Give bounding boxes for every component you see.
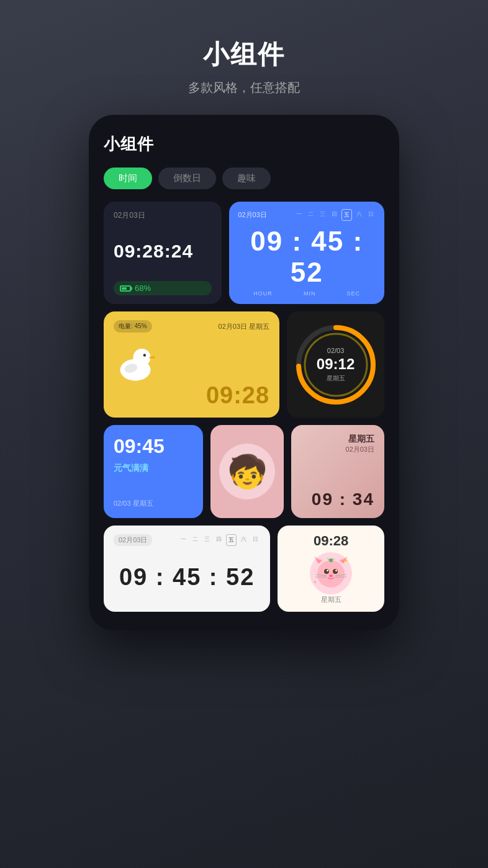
circle-inner: 02/03 09:12 星期五 (317, 347, 355, 383)
wo-wd-sat: 六 (239, 534, 248, 546)
wd-mon: 一 (294, 209, 304, 221)
widget-dark-clock: 02月03日 09:28:24 68% (104, 202, 222, 304)
svg-point-2 (143, 354, 146, 356)
svg-point-13 (324, 569, 329, 574)
wd-sat: 六 (355, 209, 364, 221)
wo-date: 02月03日 (114, 534, 152, 546)
blue-clock-date: 02月03日 (238, 210, 266, 220)
wo-time: 09 : 45 : 52 (114, 551, 260, 603)
widget-row-1: 02月03日 09:28:24 68% 02月03日 一 二 三 四 五 (104, 202, 384, 304)
yellow-battery: 电量: 45% (114, 320, 152, 333)
blue-sq-time: 09:45 (114, 435, 193, 458)
widget-row-3: 09:45 元气满满 02/03 星期五 🧒 星期五 02月03日 09 : 3… (104, 425, 384, 518)
hour-label: HOUR (253, 290, 273, 297)
blue-sq-date: 02/03 星期五 (114, 499, 193, 508)
yellow-date: 02月03日 星期五 (219, 322, 270, 331)
char-circle: 🧒 (219, 444, 275, 499)
sec-label: SEC (346, 290, 360, 297)
blue-clock-top: 02月03日 一 二 三 四 五 六 日 (238, 209, 376, 221)
svg-point-14 (333, 569, 338, 574)
yellow-top: 电量: 45% 02月03日 星期五 (114, 320, 269, 333)
dark-clock-time: 09:28:24 (114, 241, 212, 262)
wo-wd-wed: 三 (202, 534, 212, 546)
battery-badge: 68% (114, 281, 212, 295)
duck-icon (114, 333, 157, 382)
char-emoji: 🧒 (227, 453, 268, 491)
svg-point-16 (335, 570, 337, 571)
blue-clock-time: 09 : 45 : 52 (238, 226, 376, 288)
leather-weekday: 星期五 (301, 434, 374, 445)
blue-sq-motto: 元气满满 (114, 463, 193, 474)
tab-bar: 时间 倒数日 趣味 (104, 168, 384, 189)
widget-pink-leather: 星期五 02月03日 09 : 34 (291, 425, 384, 518)
app-title: 小组件 (104, 133, 384, 155)
circle-weekday: 星期五 (327, 374, 345, 383)
widget-blue-square: 09:45 元气满满 02/03 星期五 (104, 425, 203, 518)
cute-time: 09:28 (314, 533, 348, 549)
cute-weekday: 星期五 (321, 595, 341, 604)
page-title: 小组件 (188, 37, 300, 72)
wo-wd-fri: 五 (226, 534, 237, 546)
svg-point-8 (317, 560, 345, 588)
blue-clock-labels: HOUR MIN SEC (238, 290, 376, 297)
wd-sun: 日 (366, 209, 376, 221)
widget-pink-char: 🧒 (210, 425, 284, 518)
svg-text:✦: ✦ (343, 557, 348, 564)
tab-fun[interactable]: 趣味 (222, 168, 271, 189)
wo-wd-thu: 四 (214, 534, 224, 546)
widget-row-2: 电量: 45% 02月03日 星期五 09:28 (104, 311, 384, 418)
leather-time: 09 : 34 (301, 490, 374, 509)
wo-wd-sun: 日 (251, 534, 260, 546)
svg-point-1 (133, 349, 151, 366)
weekday-dots: 一 二 三 四 五 六 日 (294, 209, 376, 221)
tab-countdown[interactable]: 倒数日 (158, 168, 216, 189)
widget-white-outline: 02月03日 一 二 三 四 五 六 日 09 : 45 : 52 (104, 526, 270, 612)
widget-cute: 09:28 (278, 526, 384, 612)
widget-circle-clock: 02/03 09:12 星期五 (287, 311, 384, 418)
widget-row-4: 02月03日 一 二 三 四 五 六 日 09 : 45 : 52 09:28 (104, 526, 384, 612)
wd-thu: 四 (330, 209, 339, 221)
wo-weekdays: 一 二 三 四 五 六 日 (179, 534, 260, 546)
svg-text:✦: ✦ (313, 579, 317, 585)
page-subtitle: 多款风格，任意搭配 (188, 79, 300, 96)
wo-wd-mon: 一 (179, 534, 188, 546)
wo-wd-tue: 二 (191, 534, 200, 546)
battery-icon (120, 285, 131, 292)
wd-tue: 二 (306, 209, 315, 221)
page-header: 小组件 多款风格，任意搭配 (188, 0, 300, 96)
yellow-time: 09:28 (114, 382, 269, 409)
circle-date: 02/03 (327, 347, 345, 354)
battery-percent: 68% (135, 284, 151, 293)
wo-top: 02月03日 一 二 三 四 五 六 日 (114, 534, 260, 546)
min-label: MIN (304, 290, 316, 297)
circle-time: 09:12 (317, 356, 355, 373)
cat-icon: ✦ ✦ (309, 552, 353, 595)
widget-yellow-duck: 电量: 45% 02月03日 星期五 09:28 (104, 311, 279, 418)
widget-blue-clock: 02月03日 一 二 三 四 五 六 日 09 : 45 : 52 HOUR (229, 202, 384, 304)
leather-date: 02月03日 (301, 445, 374, 454)
tab-time[interactable]: 时间 (104, 168, 152, 189)
wd-fri: 五 (341, 209, 352, 221)
svg-point-24 (329, 558, 333, 562)
svg-point-17 (329, 575, 333, 577)
widgets-grid: 02月03日 09:28:24 68% 02月03日 一 二 三 四 五 (104, 202, 384, 612)
svg-point-15 (327, 570, 328, 571)
wd-wed: 三 (318, 209, 327, 221)
dark-clock-date: 02月03日 (114, 210, 212, 221)
phone-frame: 小组件 时间 倒数日 趣味 02月03日 09:28:24 68% 02月03日 (89, 115, 399, 630)
